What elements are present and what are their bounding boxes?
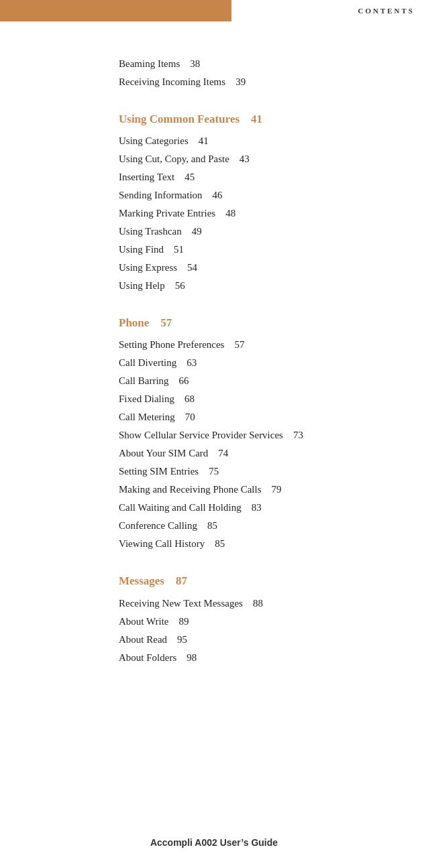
section-messages: Messages 87 Receiving New Text Messages … — [119, 572, 309, 666]
section-heading-messages: Messages 87 — [119, 572, 309, 590]
entry-label: Receiving Incoming Items — [119, 76, 225, 87]
list-item: Using Find 51 — [119, 241, 309, 259]
entry-page: 39 — [235, 76, 246, 87]
list-item: About Write 89 — [119, 613, 309, 631]
section-heading-phone: Phone 57 — [119, 314, 309, 332]
list-item: Marking Private Entries 48 — [119, 204, 309, 223]
list-item: Conference Calling 85 — [119, 517, 309, 535]
list-item: Using Express 54 — [119, 259, 309, 277]
footer-label: Accompli A002 User’s Guide — [150, 837, 278, 848]
section-heading-common-features: Using Common Features 41 — [119, 110, 309, 128]
footer: Accompli A002 User’s Guide — [0, 837, 428, 848]
entry-page: 38 — [190, 58, 200, 69]
list-item: About Your SIM Card 74 — [119, 444, 309, 462]
section-heading-label: Phone — [119, 316, 149, 329]
list-item: Show Cellular Service Provider Services … — [119, 426, 309, 444]
header: CONTENTS — [0, 0, 428, 21]
list-item: Using Categories 41 — [119, 132, 309, 150]
section-heading-page: 87 — [176, 574, 187, 587]
list-item: Call Diverting 63 — [119, 354, 309, 372]
list-item: Call Metering 70 — [119, 408, 309, 426]
section-heading-page: 57 — [160, 316, 172, 329]
entry-label: Beaming Items — [119, 58, 180, 69]
initial-entries: Beaming Items 38 Receiving Incoming Item… — [119, 55, 309, 91]
list-item: Setting Phone Preferences 57 — [119, 336, 309, 354]
list-item: Using Cut, Copy, and Paste 43 — [119, 150, 309, 168]
list-item: Using Help 56 — [119, 277, 309, 295]
section-heading-label: Messages — [119, 574, 164, 587]
toc-entry-receiving: Receiving Incoming Items 39 — [119, 73, 309, 91]
list-item: Call Waiting and Call Holding 83 — [119, 499, 309, 517]
list-item: Sending Information 46 — [119, 186, 309, 204]
toc-content: Beaming Items 38 Receiving Incoming Item… — [0, 21, 428, 726]
list-item: About Folders 98 — [119, 649, 309, 667]
list-item: Inserting Text 45 — [119, 168, 309, 186]
list-item: Using Trashcan 49 — [119, 223, 309, 241]
list-item: Setting SIM Entries 75 — [119, 462, 309, 481]
section-phone: Phone 57 Setting Phone Preferences 57 Ca… — [119, 314, 309, 553]
section-using-common-features: Using Common Features 41 Using Categorie… — [119, 110, 309, 295]
list-item: Making and Receiving Phone Calls 79 — [119, 481, 309, 499]
toc-entry-beaming: Beaming Items 38 — [119, 55, 309, 73]
section-heading-page: 41 — [251, 113, 262, 125]
list-item: Viewing Call History 85 — [119, 535, 309, 553]
section-heading-label: Using Common Features — [119, 113, 239, 125]
list-item: About Read 95 — [119, 631, 309, 649]
contents-title: CONTENTS — [358, 7, 415, 15]
header-color-bar — [0, 0, 231, 21]
list-item: Fixed Dialing 68 — [119, 390, 309, 408]
list-item: Call Barring 66 — [119, 372, 309, 390]
list-item: Receiving New Text Messages 88 — [119, 595, 309, 613]
